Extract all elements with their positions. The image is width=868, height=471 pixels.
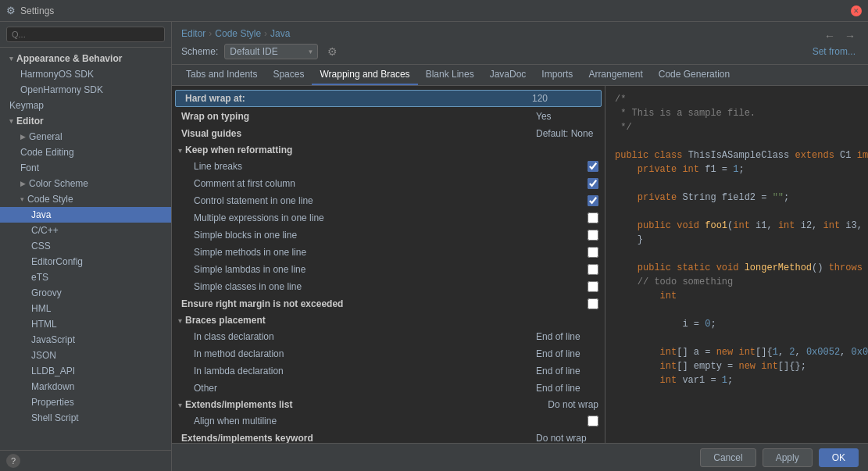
- keep-item-checkbox[interactable]: [588, 178, 598, 189]
- extends-keyword-value: Do not wrap: [536, 433, 598, 443]
- keep-item-checkbox[interactable]: [588, 212, 598, 223]
- sidebar-item-ets[interactable]: eTS: [0, 269, 171, 285]
- sidebar-item-label: Properties: [31, 397, 74, 408]
- hard-wrap-value: 120: [532, 93, 595, 104]
- breadcrumb: Editor › Code Style › Java: [181, 28, 290, 39]
- keep-item-checkbox[interactable]: [588, 230, 598, 241]
- sub-tabs: Tabs and IndentsSpacesWrapping and Brace…: [172, 65, 868, 86]
- sidebar-item-editorconfig[interactable]: EditorConfig: [0, 254, 171, 269]
- scheme-gear-icon[interactable]: ⚙: [324, 44, 340, 59]
- tab-wrapping-braces[interactable]: Wrapping and Braces: [312, 65, 417, 85]
- extends-item-checkbox[interactable]: [588, 416, 598, 426]
- keep-item-checkbox[interactable]: [588, 195, 598, 206]
- setting-keep-item: Simple classes in one line: [172, 278, 605, 295]
- braces-item-label: In method declaration: [194, 348, 536, 359]
- set-from-link[interactable]: Set from...: [813, 46, 859, 57]
- nav-arrows: ← →: [821, 28, 859, 44]
- search-input[interactable]: [6, 27, 165, 42]
- scheme-label: Scheme:: [181, 46, 218, 57]
- keep-item-checkbox[interactable]: [588, 281, 598, 292]
- setting-extends-keyword: Extends/implements keywordDo not wrap: [172, 430, 605, 443]
- sidebar-item-label: Code Style: [27, 194, 73, 205]
- sidebar-item-css[interactable]: CSS: [0, 238, 171, 254]
- apply-button[interactable]: Apply: [763, 448, 813, 467]
- sidebar-item-markdown[interactable]: Markdown: [0, 379, 171, 394]
- tab-tabs-indents[interactable]: Tabs and Indents: [178, 65, 265, 85]
- section-keep-reformatting[interactable]: ▾Keep when reformatting: [172, 142, 605, 158]
- hard-wrap-label: Hard wrap at:: [185, 93, 532, 104]
- tab-imports[interactable]: Imports: [534, 65, 580, 85]
- sidebar-item-groovy[interactable]: Groovy: [0, 285, 171, 301]
- sidebar-item-code-editing[interactable]: Code Editing: [0, 145, 171, 160]
- sidebar-item-font[interactable]: Font: [0, 160, 171, 176]
- sidebar-item-hml[interactable]: HML: [0, 301, 171, 316]
- sidebar-item-json[interactable]: JSON: [0, 348, 171, 363]
- sidebar-item-code-style[interactable]: ▾ Code Style: [0, 191, 171, 207]
- keep-item-label: Control statement in one line: [194, 195, 588, 206]
- sidebar-item-color-scheme[interactable]: ▶ Color Scheme: [0, 176, 171, 191]
- search-box: [0, 22, 171, 48]
- visual-guides-label: Visual guides: [181, 128, 536, 139]
- ensure-right-margin-checkbox[interactable]: [588, 298, 598, 309]
- content-area: Editor › Code Style › Java ← → Scheme: D…: [172, 22, 868, 471]
- scheme-select-wrapper: Default IDE: [224, 44, 318, 59]
- tab-arrangement[interactable]: Arrangement: [580, 65, 650, 85]
- braces-item-label: Other: [194, 383, 536, 394]
- sidebar-item-html[interactable]: HTML: [0, 316, 171, 332]
- code-view: /* * This is a sample file. */ public cl…: [605, 86, 868, 443]
- breadcrumb-code-style: Code Style: [215, 28, 261, 39]
- sidebar-item-label: Appearance & Behavior: [16, 53, 122, 64]
- sidebar-item-openharmony-sdk[interactable]: OpenHarmony SDK: [0, 82, 171, 98]
- tab-code-generation[interactable]: Code Generation: [651, 65, 738, 85]
- sidebar-item-properties[interactable]: Properties: [0, 394, 171, 410]
- sidebar-item-label: Code Editing: [20, 147, 74, 158]
- tab-blank-lines[interactable]: Blank Lines: [418, 65, 482, 85]
- sidebar-item-cpp[interactable]: C/C++: [0, 223, 171, 238]
- sidebar-item-javascript[interactable]: JavaScript: [0, 332, 171, 348]
- sidebar-item-label: LLDB_API: [31, 366, 75, 376]
- keep-item-checkbox[interactable]: [588, 161, 598, 172]
- setting-braces-item: OtherEnd of line: [172, 380, 605, 397]
- setting-keep-item: Simple lambdas in one line: [172, 261, 605, 278]
- cancel-button[interactable]: Cancel: [700, 448, 755, 467]
- setting-keep-item: Simple blocks in one line: [172, 227, 605, 244]
- setting-ensure-right-margin: Ensure right margin is not exceeded: [172, 295, 605, 312]
- sidebar-item-label: HarmonyOS SDK: [20, 69, 94, 80]
- section-label: Braces placement: [185, 315, 266, 326]
- sidebar-item-label: JSON: [31, 350, 56, 361]
- section-extends-implements[interactable]: ▾Extends/implements listDo not wrap: [172, 397, 605, 412]
- keep-item-checkbox[interactable]: [588, 247, 598, 258]
- sidebar-tree: ▾ Appearance & BehaviorHarmonyOS SDKOpen…: [0, 48, 171, 450]
- sidebar-item-java[interactable]: Java: [0, 207, 171, 223]
- section-arrow: ▾: [178, 401, 182, 409]
- keep-item-checkbox[interactable]: [588, 264, 598, 275]
- setting-keep-item: Comment at first column: [172, 175, 605, 192]
- ok-button[interactable]: OK: [819, 448, 859, 467]
- sidebar-item-keymap[interactable]: Keymap: [0, 98, 171, 113]
- tab-javadoc[interactable]: JavaDoc: [482, 65, 534, 85]
- sidebar-item-general[interactable]: ▶ General: [0, 129, 171, 145]
- sidebar-item-shell-script[interactable]: Shell Script: [0, 410, 171, 426]
- sidebar-item-appearance-behavior[interactable]: ▾ Appearance & Behavior: [0, 51, 171, 66]
- code-panel: /* * This is a sample file. */ public cl…: [605, 86, 868, 443]
- main-layout: ▾ Appearance & BehaviorHarmonyOS SDKOpen…: [0, 22, 868, 471]
- keep-item-label: Simple blocks in one line: [194, 230, 588, 241]
- sidebar-item-editor[interactable]: ▾ Editor: [0, 113, 171, 129]
- keep-item-label: Line breaks: [194, 161, 588, 172]
- section-braces-placement[interactable]: ▾Braces placement: [172, 312, 605, 328]
- nav-back-button[interactable]: ←: [821, 28, 838, 44]
- help-button[interactable]: ?: [6, 454, 20, 468]
- sidebar-item-harmonyos-sdk[interactable]: HarmonyOS SDK: [0, 66, 171, 82]
- setting-keep-item: Control statement in one line: [172, 192, 605, 209]
- tab-spaces[interactable]: Spaces: [265, 65, 312, 85]
- split-view: Hard wrap at:120Wrap on typingYesVisual …: [172, 86, 868, 443]
- scheme-select[interactable]: Default IDE: [224, 44, 318, 59]
- keep-item-label: Simple classes in one line: [194, 281, 588, 292]
- keep-item-label: Simple methods in one line: [194, 247, 588, 258]
- nav-forward-button[interactable]: →: [841, 28, 859, 44]
- visual-guides-value: Default: None: [536, 128, 598, 139]
- sidebar-item-label: Font: [20, 162, 39, 173]
- ensure-right-margin-label: Ensure right margin is not exceeded: [181, 298, 588, 309]
- close-button[interactable]: ✕: [851, 5, 862, 16]
- sidebar-item-lldb-api[interactable]: LLDB_API: [0, 363, 171, 379]
